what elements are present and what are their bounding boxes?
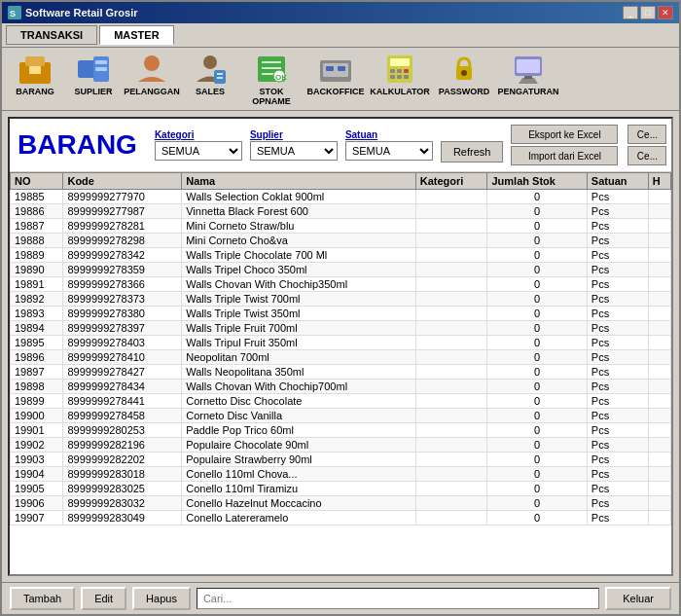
toolbar-stok-opname-label: STOK OPNAME <box>243 87 300 106</box>
refresh-button[interactable]: Refresh <box>441 141 504 163</box>
cell-nama: Walls Selection Coklat 900ml <box>182 190 416 204</box>
cell-kode: 8999999278403 <box>63 336 182 350</box>
table-row[interactable]: 19906 8999999283032 Conello Hazelnut Moc… <box>11 496 671 511</box>
table-row[interactable]: 19888 8999999278298 Mini Corneto Cho&va … <box>11 234 671 248</box>
keluar-button[interactable]: Keluar <box>605 587 671 610</box>
cell-nama: Mini Corneto Straw/blu <box>182 219 416 234</box>
edit-button[interactable]: Edit <box>81 587 126 610</box>
table-row[interactable]: 19893 8999999278380 Walls Triple Twist 3… <box>11 307 671 321</box>
toolbar-kalkulator[interactable]: KALKULATOR <box>372 52 428 106</box>
cell-nama: Walls Tripul Fruit 350ml <box>182 336 416 350</box>
cell-jumlah: 0 <box>487 496 587 511</box>
cell-jumlah: 0 <box>487 190 587 204</box>
table-row[interactable]: 19902 8999999282196 Populaire Chocolate … <box>11 438 671 453</box>
title-bar: S Software Retail Grosir _ □ ✕ <box>2 2 679 23</box>
tambah-button[interactable]: Tambah <box>10 587 75 610</box>
window-title: Software Retail Grosir <box>25 7 138 18</box>
search-input[interactable] <box>197 588 599 609</box>
toolbar-pelanggan[interactable]: PELANGGAN <box>126 52 177 106</box>
col-kategori: Kategori <box>415 173 487 190</box>
suplier-icon <box>75 52 112 87</box>
table-row[interactable]: 19890 8999999278359 Walls Tripel Choco 3… <box>11 263 671 277</box>
cell-no: 19898 <box>11 380 63 394</box>
toolbar-barang[interactable]: BARANG <box>10 52 60 106</box>
data-table-container[interactable]: NO Kode Nama Kategori Jumlah Stok Satuan… <box>10 172 671 574</box>
cell-no: 19895 <box>11 336 63 350</box>
close-button[interactable]: ✕ <box>658 6 673 19</box>
toolbar-password[interactable]: PASSWORD <box>436 52 492 106</box>
cetak-button-2[interactable]: Ce... <box>627 146 666 165</box>
cell-kategori <box>415 438 487 453</box>
cell-kode: 8999999283049 <box>63 511 182 525</box>
table-row[interactable]: 19894 8999999278397 Walls Triple Fruit 7… <box>11 321 671 336</box>
eksport-button[interactable]: Eksport ke Excel <box>511 125 618 144</box>
cell-kode: 8999999278434 <box>63 380 182 394</box>
table-row[interactable]: 19897 8999999278427 Walls Neopolitana 35… <box>11 365 671 380</box>
toolbar-password-label: PASSWORD <box>439 87 489 96</box>
table-row[interactable]: 19905 8999999283025 Conello 110ml Tirami… <box>11 482 671 496</box>
col-kode: Kode <box>63 173 182 190</box>
table-row[interactable]: 19900 8999999278458 Corneto Disc Vanilla… <box>11 409 671 423</box>
cell-satuan: Pcs <box>587 263 648 277</box>
table-row[interactable]: 19899 8999999278441 Cornetto Disc Chocol… <box>11 394 671 409</box>
bottom-bar: Tambah Edit Hapus Keluar <box>2 582 679 614</box>
svg-rect-23 <box>338 66 345 71</box>
suplier-select[interactable]: SEMUA <box>250 141 338 161</box>
table-row[interactable]: 19886 8999999277987 Vinnetta Black Fores… <box>11 204 671 219</box>
cell-kategori <box>415 511 487 525</box>
toolbar-backoffice[interactable]: BACKOFFICE <box>307 52 364 106</box>
cell-nama: Walls Neopolitana 350ml <box>182 365 416 380</box>
satuan-select[interactable]: SEMUA <box>345 141 433 161</box>
toolbar-suplier[interactable]: SUPLIER <box>68 52 119 106</box>
cell-satuan: Pcs <box>587 277 648 292</box>
tab-master[interactable]: MASTER <box>99 25 173 45</box>
tab-transaksi[interactable]: TRANSAKSI <box>6 25 97 45</box>
cell-nama: Walls Chovan With Chochip350ml <box>182 277 416 292</box>
toolbar-barang-label: BARANG <box>16 87 54 96</box>
toolbar-kalkulator-label: KALKULATOR <box>370 87 430 96</box>
table-row[interactable]: 19898 8999999278434 Walls Chovan With Ch… <box>11 380 671 394</box>
minimize-button[interactable]: _ <box>623 6 638 19</box>
cetak-button-1[interactable]: Ce... <box>627 125 666 144</box>
table-row[interactable]: 19895 8999999278403 Walls Tripul Fruit 3… <box>11 336 671 350</box>
cell-kategori <box>415 423 487 438</box>
cell-kode: 8999999277987 <box>63 204 182 219</box>
cell-no: 19890 <box>11 263 63 277</box>
cell-kategori <box>415 365 487 380</box>
pelanggan-icon <box>133 52 170 87</box>
maximize-button[interactable]: □ <box>640 6 656 19</box>
table-row[interactable]: 19891 8999999278366 Walls Chovan With Ch… <box>11 277 671 292</box>
table-row[interactable]: 19889 8999999278342 Walls Triple Chocola… <box>11 248 671 263</box>
cell-kode: 8999999278359 <box>63 263 182 277</box>
hapus-button[interactable]: Hapus <box>132 587 191 610</box>
toolbar-sales[interactable]: SALES <box>185 52 235 106</box>
cell-h <box>648 204 670 219</box>
toolbar-stok-opname[interactable]: OK STOK OPNAME <box>243 52 300 106</box>
table-row[interactable]: 19904 8999999283018 Conello 110ml Chova.… <box>11 467 671 482</box>
table-row[interactable]: 19887 8999999278281 Mini Corneto Straw/b… <box>11 219 671 234</box>
cell-nama: Walls Triple Twist 350ml <box>182 307 416 321</box>
table-row[interactable]: 19885 8999999277970 Walls Selection Cokl… <box>11 190 671 204</box>
table-row[interactable]: 19903 8999999282202 Populaire Strawberry… <box>11 453 671 467</box>
kategori-select[interactable]: SEMUA <box>155 141 242 161</box>
svg-rect-28 <box>404 69 409 73</box>
cell-kategori <box>415 336 487 350</box>
cell-no: 19887 <box>11 219 63 234</box>
cell-jumlah: 0 <box>487 219 587 234</box>
table-row[interactable]: 19896 8999999278410 Neopolitan 700ml 0 P… <box>11 350 671 365</box>
cell-nama: Vinnetta Black Forest 600 <box>182 204 416 219</box>
cell-no: 19891 <box>11 277 63 292</box>
table-row[interactable]: 19901 8999999280253 Paddle Pop Trico 60m… <box>11 423 671 438</box>
table-row[interactable]: 19907 8999999283049 Conello Latereramelo… <box>11 511 671 525</box>
toolbar-pengaturan[interactable]: PENGATURAN <box>500 52 556 106</box>
import-button[interactable]: Import dari Excel <box>511 146 618 165</box>
cell-nama: Cornetto Disc Chocolate <box>182 394 416 409</box>
cell-nama: Walls Triple Fruit 700ml <box>182 321 416 336</box>
table-body: 19885 8999999277970 Walls Selection Cokl… <box>11 190 671 525</box>
suplier-label[interactable]: Suplier <box>250 129 283 140</box>
filter-suplier: Suplier SEMUA <box>250 129 338 161</box>
satuan-label[interactable]: Satuan <box>345 129 377 140</box>
cell-satuan: Pcs <box>587 350 648 365</box>
kategori-label[interactable]: Kategori <box>155 129 195 140</box>
table-row[interactable]: 19892 8999999278373 Walls Triple Twist 7… <box>11 292 671 307</box>
